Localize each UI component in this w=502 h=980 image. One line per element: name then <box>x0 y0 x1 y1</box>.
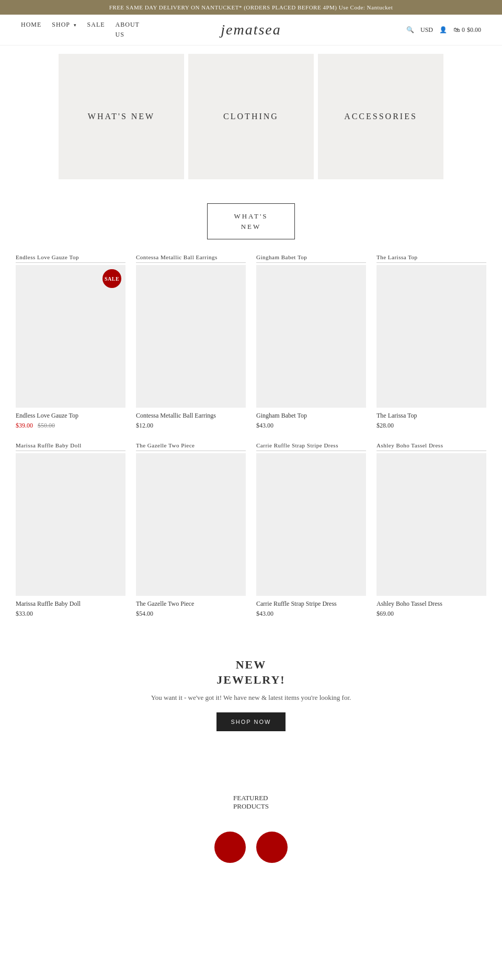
account-icon[interactable]: 👤 <box>439 26 447 34</box>
nav-right: 🔍 USD 👤 🛍 0 $0.00 <box>406 26 481 34</box>
nav-sale[interactable]: SALE <box>87 21 105 29</box>
product-title-gingham: Gingham Babet Top <box>256 412 366 420</box>
announcement-text: FREE SAME DAY DELIVERY ON NANTUCKET* (OR… <box>109 4 393 10</box>
nav-shop[interactable]: SHOP ▾ <box>52 21 76 29</box>
product-title-carrie: Carrie Ruffle Strap Stripe Dress <box>256 600 366 608</box>
search-icon[interactable]: 🔍 <box>406 26 414 34</box>
product-price-larissa: $28.00 <box>376 422 486 430</box>
cart-total: $0.00 <box>467 26 481 34</box>
product-title-endless-love: Endless Love Gauze Top <box>16 412 126 420</box>
product-title-ashley: Ashley Boho Tassel Dress <box>376 600 486 608</box>
product-title-marissa: Marissa Ruffle Baby Doll <box>16 600 126 608</box>
category-clothing[interactable]: CLOTHING <box>188 54 314 179</box>
spacer-1 <box>0 752 502 783</box>
category-accessories[interactable]: ACCESSORIES <box>318 54 443 179</box>
product-price-carrie: $43.00 <box>256 610 366 618</box>
nav-home[interactable]: HOME <box>21 21 41 29</box>
cart-count: 0 <box>462 26 465 34</box>
product-image-gingham <box>256 265 366 408</box>
nav-about[interactable]: ABOUT US <box>116 21 140 39</box>
product-card-ashley[interactable]: Ashley Boho Tassel Dress Ashley Boho Tas… <box>371 438 492 626</box>
site-header: HOME SHOP ▾ SALE ABOUT US jematsea 🔍 USD… <box>0 15 502 45</box>
product-price-gingham: $43.00 <box>256 422 366 430</box>
shop-dropdown-arrow: ▾ <box>74 22 77 28</box>
announcement-bar: FREE SAME DAY DELIVERY ON NANTUCKET* (OR… <box>0 0 502 15</box>
cart-icon: 🛍 <box>453 26 460 34</box>
product-name-top-larissa: The Larissa Top <box>376 254 486 263</box>
featured-circle-1[interactable] <box>214 832 246 863</box>
price-sale-endless-love: $39.00 <box>16 422 33 429</box>
product-title-larissa: The Larissa Top <box>376 412 486 420</box>
product-image-contessa <box>136 265 246 408</box>
product-image-endless-love: SALE <box>16 265 126 408</box>
jewelry-promo-description: You want it - we've got it! We have new … <box>10 694 492 702</box>
sale-badge-endless-love: SALE <box>102 269 121 288</box>
product-image-carrie <box>256 453 366 596</box>
featured-circle-2[interactable] <box>256 832 288 863</box>
product-card-gingham[interactable]: Gingham Babet Top Gingham Babet Top $43.… <box>251 250 371 438</box>
whats-new-title-section: WHAT'S NEW <box>0 188 502 250</box>
product-name-top-ashley: Ashley Boho Tassel Dress <box>376 442 486 451</box>
currency-selector[interactable]: USD <box>420 26 433 34</box>
jewelry-promo-section: NEW JEWELRY! You want it - we've got it!… <box>0 626 502 752</box>
product-image-marissa <box>16 453 126 596</box>
product-price-ashley: $69.00 <box>376 610 486 618</box>
cart-button[interactable]: 🛍 0 $0.00 <box>453 26 481 34</box>
product-image-gazelle <box>136 453 246 596</box>
category-whats-new[interactable]: WHAT'S NEW <box>59 54 184 179</box>
product-grid-row2: Marissa Ruffle Baby Doll Marissa Ruffle … <box>0 438 502 626</box>
featured-title[interactable]: FEATURED PRODUCTS <box>233 794 269 811</box>
shop-now-button[interactable]: SHOP NOW <box>216 712 286 731</box>
product-title-gazelle: The Gazelle Two Piece <box>136 600 246 608</box>
nav-left: HOME SHOP ▾ SALE ABOUT US <box>21 21 140 39</box>
product-card-larissa[interactable]: The Larissa Top The Larissa Top $28.00 <box>371 250 492 438</box>
product-card-carrie[interactable]: Carrie Ruffle Strap Stripe Dress Carrie … <box>251 438 371 626</box>
product-image-ashley <box>376 453 486 596</box>
product-card-endless-love[interactable]: Endless Love Gauze Top SALE Endless Love… <box>10 250 131 438</box>
product-grid-row1: Endless Love Gauze Top SALE Endless Love… <box>0 250 502 438</box>
product-price-contessa: $12.00 <box>136 422 246 430</box>
featured-circles-row <box>0 821 502 873</box>
product-name-top-carrie: Carrie Ruffle Strap Stripe Dress <box>256 442 366 451</box>
product-name-top-gingham: Gingham Babet Top <box>256 254 366 263</box>
product-name-top-marissa: Marissa Ruffle Baby Doll <box>16 442 126 451</box>
site-logo[interactable]: jematsea <box>221 21 281 38</box>
product-image-larissa <box>376 265 486 408</box>
product-price-marissa: $33.00 <box>16 610 126 618</box>
product-price-endless-love: $39.00 $50.00 <box>16 422 126 430</box>
whats-new-title[interactable]: WHAT'S NEW <box>207 203 294 239</box>
product-card-contessa[interactable]: Contessa Metallic Ball Earrings Contessa… <box>131 250 251 438</box>
product-name-top-gazelle: The Gazelle Two Piece <box>136 442 246 451</box>
jewelry-promo-title: NEW JEWELRY! <box>10 658 492 687</box>
featured-title-section: FEATURED PRODUCTS <box>0 783 502 821</box>
price-original-endless-love: $50.00 <box>38 422 55 429</box>
product-title-contessa: Contessa Metallic Ball Earrings <box>136 412 246 420</box>
product-name-top-contessa: Contessa Metallic Ball Earrings <box>136 254 246 263</box>
category-section: WHAT'S NEW CLOTHING ACCESSORIES <box>0 45 502 188</box>
product-price-gazelle: $54.00 <box>136 610 246 618</box>
product-card-gazelle[interactable]: The Gazelle Two Piece The Gazelle Two Pi… <box>131 438 251 626</box>
product-name-top-endless-love: Endless Love Gauze Top <box>16 254 126 263</box>
product-card-marissa[interactable]: Marissa Ruffle Baby Doll Marissa Ruffle … <box>10 438 131 626</box>
